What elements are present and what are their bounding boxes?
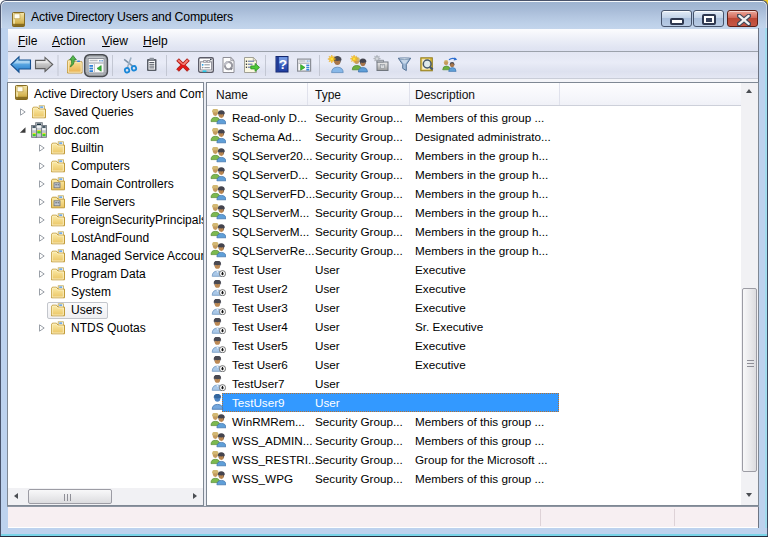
svg-text:?: ? (279, 57, 287, 72)
